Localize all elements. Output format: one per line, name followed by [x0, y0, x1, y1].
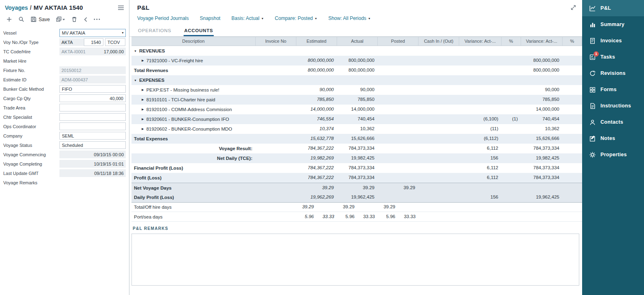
cell-pct2: [563, 95, 582, 105]
form-row-voyage-status: Voyage StatusScheduled: [3, 140, 126, 150]
pnl-remarks-textarea[interactable]: [131, 234, 579, 286]
row-description: Net Voyage Days: [131, 183, 256, 193]
expand-triangle-icon[interactable]: ▶: [142, 118, 144, 121]
cell-actual: 39.29: [337, 183, 378, 193]
column-header-cash-in-out: Cash In / (Out): [418, 37, 459, 46]
breadcrumb-voyages-link[interactable]: Voyages: [5, 4, 28, 11]
cell-pct2: [563, 46, 582, 56]
table-row[interactable]: ▼REVENUES: [131, 46, 582, 56]
basis-actual-button[interactable]: Basis: Actual▼: [231, 15, 264, 21]
sidebar-item-notes[interactable]: Notes: [582, 130, 644, 146]
collapse-panel-icon[interactable]: [83, 17, 88, 22]
table-row[interactable]: ▶PEXP:EST - Missing business rule!90,000…: [131, 85, 582, 95]
voy-no-opr-type-number-field[interactable]: 1540: [84, 38, 103, 46]
cell-variance1: 6,112: [459, 144, 502, 153]
more-options-icon[interactable]: [94, 18, 100, 20]
row-label: Profit (Loss): [134, 175, 162, 180]
cell-invoice: [256, 46, 296, 56]
trade-area-field[interactable]: [59, 104, 126, 111]
sidebar-item-label: Tasks: [600, 54, 615, 60]
column-header-description: Description: [131, 37, 256, 46]
sidebar-item-revisions[interactable]: Revisions: [582, 65, 644, 81]
cell-estimated: 19,982,269: [296, 153, 337, 163]
tab-accounts[interactable]: ACCOUNTS: [184, 25, 214, 36]
menu-icon[interactable]: [118, 5, 124, 10]
table-row[interactable]: ▶71921000 - VC-Freight hire800,000,00080…: [131, 56, 582, 66]
collapse-window-icon[interactable]: [570, 4, 576, 11]
row-description: ▼REVENUES: [131, 46, 256, 56]
cell-pct2: [563, 75, 582, 85]
cell-variance1: 6,112: [459, 163, 502, 173]
tab-operations[interactable]: OPERATIONS: [137, 25, 172, 36]
delete-icon[interactable]: [71, 16, 77, 22]
voyage-status-field[interactable]: Scheduled: [59, 141, 126, 149]
sidebar-item-forms[interactable]: Forms: [582, 81, 644, 98]
cell-pct1: [502, 183, 521, 193]
cell-pct1: [502, 163, 521, 173]
cell-invoice: [256, 163, 296, 173]
cell-cash: [418, 46, 459, 56]
ops-coordinator-field[interactable]: [59, 122, 126, 130]
expand-triangle-icon[interactable]: ▶: [142, 108, 144, 111]
chtr-specialist-field[interactable]: [59, 113, 126, 121]
sidebar-item-contacts[interactable]: Contacts: [582, 114, 644, 130]
collapse-triangle-icon[interactable]: ▼: [134, 79, 137, 82]
cell-sub-value: 5.96: [337, 212, 357, 222]
expand-triangle-icon[interactable]: ▶: [142, 127, 144, 131]
show-all-periods-button[interactable]: Show: All Periods▼: [328, 15, 370, 21]
compare-posted-button[interactable]: Compare: Posted▼: [275, 15, 317, 21]
table-row[interactable]: ▼EXPENSES: [131, 75, 582, 85]
cargo-cp-qty-field[interactable]: 40,000: [59, 94, 126, 102]
cell-variance1: [459, 46, 502, 56]
sidebar-item-invoices[interactable]: Invoices: [582, 33, 644, 49]
estimate-id-field: ADM-000437: [59, 76, 126, 83]
cell-pct1: [502, 153, 521, 163]
search-icon[interactable]: [18, 16, 24, 22]
cell-cash: [418, 56, 459, 66]
cell-posted: [378, 105, 418, 114]
sidebar-item-summary[interactable]: Summary: [582, 16, 644, 33]
form-row-company: CompanySEML: [3, 131, 126, 140]
add-icon[interactable]: [6, 16, 12, 22]
cell-pct2: [563, 66, 582, 75]
field-area: 40,000: [59, 94, 126, 102]
copy-dropdown-icon[interactable]: [56, 16, 65, 22]
cell-variance1: [459, 183, 502, 193]
sidebar-item-properties[interactable]: Properties: [582, 146, 644, 163]
cell-actual: 800,000,000: [337, 66, 378, 75]
table-row[interactable]: ▶81920100 - COMM-Address Commission14,00…: [131, 105, 582, 114]
expand-triangle-icon[interactable]: ▶: [142, 59, 144, 62]
sidebar-item-tasks[interactable]: 1Tasks: [582, 49, 644, 65]
save-button[interactable]: Save: [31, 16, 50, 22]
sidebar-item-instructions[interactable]: Instructions: [582, 98, 644, 114]
cell-variance1: [459, 56, 502, 66]
table-row[interactable]: ▶81920601 - BUNKER-Consumption IFO746,55…: [131, 114, 582, 124]
vessel-select[interactable]: MV AKTAIA▼: [59, 29, 126, 37]
cell-posted: [378, 134, 418, 144]
cell-pct2: [563, 202, 582, 212]
properties-icon: [589, 151, 596, 158]
voyage-period-journals-button[interactable]: Voyage Period Journals: [137, 15, 189, 21]
cell-invoice: [256, 95, 296, 105]
bunker-calc-method-field[interactable]: FIFO: [59, 85, 126, 93]
table-row[interactable]: ▶81910101 - TCI-Charter hire paid785,850…: [131, 95, 582, 105]
sidebar-item-p-l[interactable]: P&L: [582, 0, 644, 16]
snapshot-button[interactable]: Snapshot: [200, 15, 221, 21]
voy-no-opr-type-type-field[interactable]: TCOV: [105, 38, 125, 46]
cell-pct2: [563, 183, 582, 193]
toolbar-link-label: Compare: Posted: [275, 15, 313, 21]
pnl-header: P&L: [129, 0, 582, 13]
contacts-icon: [589, 119, 596, 126]
expand-triangle-icon[interactable]: ▶: [142, 98, 144, 101]
collapse-triangle-icon[interactable]: ▼: [134, 50, 137, 52]
cell-posted: [378, 95, 418, 105]
cell-pct1: (1): [502, 114, 521, 124]
table-row[interactable]: ▶81920602 - BUNKER-Consumption MDO10,374…: [131, 124, 582, 134]
field-area: [59, 179, 126, 186]
forms-icon: [589, 86, 596, 93]
expand-triangle-icon[interactable]: ▶: [142, 88, 144, 92]
row-description: ▶PEXP:EST - Missing business rule!: [131, 85, 256, 95]
company-field[interactable]: SEML: [59, 132, 126, 140]
row-label: PEXP:EST - Missing business rule!: [146, 87, 219, 92]
field-area: 09/10/15 00:00: [59, 151, 126, 158]
